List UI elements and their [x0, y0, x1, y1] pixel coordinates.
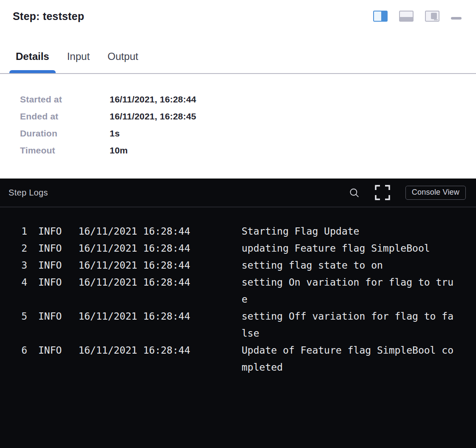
log-level: INFO: [38, 257, 62, 274]
log-timestamp: 16/11/2021 16:28:44: [78, 257, 190, 274]
detail-row: Duration 1s: [20, 128, 476, 145]
detail-label: Ended at: [20, 111, 110, 128]
log-line: 5 INFO 16/11/2021 16:28:44 setting Off v…: [14, 308, 476, 342]
log-line: 3 INFO 16/11/2021 16:28:44 setting flag …: [14, 257, 476, 274]
log-message: setting Off variation for flag to false: [242, 308, 453, 342]
detail-label: Started at: [20, 94, 110, 111]
log-message: Starting Flag Update: [242, 223, 453, 240]
detail-row: Started at 16/11/2021, 16:28:44: [20, 94, 476, 111]
log-timestamp: 16/11/2021 16:28:44: [78, 274, 190, 291]
log-timestamp: 16/11/2021 16:28:44: [78, 223, 190, 240]
log-level: INFO: [38, 223, 62, 240]
log-line: 1 INFO 16/11/2021 16:28:44 Starting Flag…: [14, 223, 476, 240]
log-line: 6 INFO 16/11/2021 16:28:44 Update of Fea…: [14, 342, 476, 376]
log-timestamp: 16/11/2021 16:28:44: [78, 308, 190, 325]
log-level: INFO: [38, 240, 62, 257]
console-view-button[interactable]: Console View: [405, 186, 466, 200]
log-line-number: 5: [14, 308, 27, 325]
detail-value: 1s: [110, 128, 120, 145]
log-line-number: 2: [14, 240, 27, 257]
header: Step: teststep: [0, 0, 476, 23]
window-layout-controls: [373, 9, 462, 22]
log-message: updating Feature flag SimpleBool: [242, 240, 453, 257]
split-vertical-layout-icon[interactable]: [373, 11, 388, 22]
floating-panel-layout-icon[interactable]: [425, 11, 439, 22]
log-line-number: 6: [14, 342, 27, 359]
minimize-icon[interactable]: [451, 17, 462, 20]
tab-input[interactable]: Input: [61, 50, 96, 73]
detail-value: 16/11/2021, 16:28:44: [110, 94, 196, 111]
expand-fullscreen-icon[interactable]: [375, 185, 390, 200]
log-message: Update of Feature flag SimpleBool comple…: [242, 342, 453, 376]
step-details-section: Step: teststep Details Input Output Star…: [0, 0, 476, 179]
log-message: setting flag state to on: [242, 257, 453, 274]
detail-label: Timeout: [20, 145, 110, 162]
step-logs-title: Step Logs: [8, 188, 349, 198]
search-icon[interactable]: [349, 187, 360, 198]
step-logs-actions: Console View: [349, 185, 466, 200]
detail-value: 16/11/2021, 16:28:45: [110, 111, 196, 128]
log-line: 2 INFO 16/11/2021 16:28:44 updating Feat…: [14, 240, 476, 257]
log-line: 4 INFO 16/11/2021 16:28:44 setting On va…: [14, 274, 476, 308]
log-level: INFO: [38, 274, 62, 291]
step-logs-panel: Step Logs Console View 1 INFO 16/11/2021…: [0, 179, 476, 448]
step-logs-header: Step Logs Console View: [0, 179, 476, 207]
tab-bar: Details Input Output: [0, 50, 476, 73]
log-line-number: 4: [14, 274, 27, 291]
log-lines-container: 1 INFO 16/11/2021 16:28:44 Starting Flag…: [0, 207, 476, 376]
detail-label: Duration: [20, 128, 110, 145]
detail-value: 10m: [110, 145, 128, 162]
detail-row: Timeout 10m: [20, 145, 476, 162]
tab-output[interactable]: Output: [101, 50, 144, 73]
log-timestamp: 16/11/2021 16:28:44: [78, 342, 190, 359]
log-line-number: 1: [14, 223, 27, 240]
details-list: Started at 16/11/2021, 16:28:44 Ended at…: [0, 74, 476, 162]
detail-row: Ended at 16/11/2021, 16:28:45: [20, 111, 476, 128]
page-title: Step: teststep: [13, 9, 84, 23]
tab-details[interactable]: Details: [9, 50, 56, 73]
log-level: INFO: [38, 308, 62, 325]
log-line-number: 3: [14, 257, 27, 274]
log-message: setting On variation for flag to true: [242, 274, 453, 308]
split-horizontal-layout-icon[interactable]: [399, 11, 414, 22]
log-timestamp: 16/11/2021 16:28:44: [78, 240, 190, 257]
log-level: INFO: [38, 342, 62, 359]
